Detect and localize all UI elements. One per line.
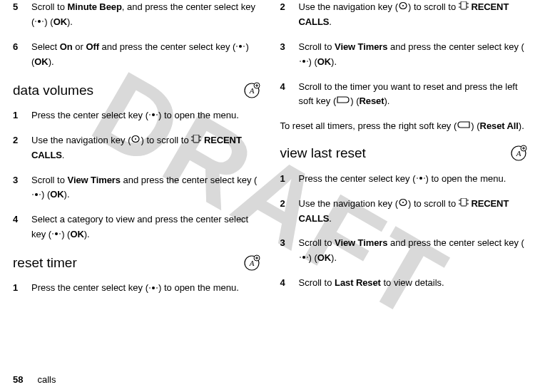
svg-point-15 [135,138,136,140]
bold: Minute Beep [68,1,122,12]
reset-all-paragraph: To reset all timers, press the right sof… [280,119,528,134]
step-text: Scroll to Minute Beep, and press the cen… [31,0,260,30]
t: ) ( [309,56,317,67]
vlr-step-1: 1 Press the center select key () to open… [280,172,528,187]
bold: Off [86,41,98,52]
step-text: Select On or Off and press the center se… [31,40,260,70]
step-text: Scroll to Last Reset to view details. [299,276,528,291]
t: ). [64,189,70,200]
step-6: 6 Select On or Off and press the center … [13,40,260,70]
svg-point-32 [152,287,155,289]
step-text: Scroll to the timer you want to reset an… [299,80,528,110]
step-number: 3 [280,40,299,70]
t: ). [519,120,524,131]
step-number: 1 [13,108,31,123]
bold: Reset [360,96,384,106]
navigation-key-icon [398,197,408,212]
svg-point-21 [35,193,38,196]
t: and press the center select key ( [387,237,524,248]
svg-point-11 [152,113,155,116]
svg-point-51 [417,177,418,179]
dv-step-4: 4 Select a category to view and press th… [13,212,260,242]
step-text: Use the navigation key () to scroll to R… [31,133,260,163]
step-text: Scroll to View Timers and press the cent… [299,40,528,70]
center-select-icon [235,40,245,55]
svg-point-60 [302,256,305,259]
t: and press the center select key ( [99,41,235,52]
feature-badge-icon: A [510,145,527,162]
t: to view details. [381,277,444,288]
t: ). [331,56,337,67]
svg-point-3 [239,45,242,48]
step-text: Use the navigation key () to scroll to R… [299,0,528,30]
vlr-step-4: 4 Scroll to Last Reset to view details. [280,276,528,291]
vlr-step-2: 2 Use the navigation key () to scroll to… [280,197,528,227]
svg-point-24 [55,232,58,235]
step-text: Scroll to View Timers and press the cent… [31,173,260,203]
t: ). [84,229,90,239]
step-text: Use the navigation key () to scroll to R… [299,197,528,227]
svg-point-25 [52,233,54,234]
step-number: 2 [280,0,299,30]
step-number: 1 [280,172,299,187]
t: Press the center select key ( [31,110,148,120]
step-text: Press the center select key () to open t… [299,172,528,187]
svg-point-12 [149,114,151,115]
step-number: 1 [13,281,31,296]
heading-text: data volumes [13,80,93,101]
t: ) to open the menu. [426,173,506,184]
right-soft-key-icon [457,119,471,134]
svg-point-62 [307,257,308,258]
bold: Last Reset [335,277,381,288]
svg-point-1 [36,21,37,22]
recent-calls-icon [191,133,201,148]
heading-text: reset timer [13,252,77,274]
t: ) to scroll to [141,135,191,145]
t: ) to open the menu. [158,110,239,120]
svg-point-42 [302,60,305,63]
t: ). [384,96,389,106]
page-content: 5 Scroll to Minute Beep, and press the c… [0,0,540,371]
step-number: 2 [280,197,299,227]
svg-rect-16 [193,135,199,143]
svg-point-36 [402,5,404,6]
center-select-icon [148,108,158,123]
svg-point-34 [156,287,158,289]
bold: View Timers [335,41,387,52]
heading-text: view last reset [280,143,366,164]
right-column: 2 Use the navigation key () to scroll to… [270,0,528,366]
center-select-icon [31,188,41,203]
svg-rect-37 [461,1,467,9]
bold: View Timers [68,175,121,185]
center-select-icon [299,251,309,266]
recent-calls-icon [459,197,469,212]
rt-step-1: 1 Press the center select key () to open… [13,281,260,296]
t: ) ( [44,16,53,27]
t: ) ( [61,229,70,239]
t: and press the center select key ( [387,41,524,52]
bold: On [60,41,73,52]
feature-badge-icon: A [243,254,260,272]
svg-point-2 [43,21,44,22]
t: Scroll to [31,1,68,12]
bold: OK [317,56,331,67]
rt-step-3: 3 Scroll to View Timers and press the ce… [280,40,528,70]
t: ). [331,252,337,263]
step-text: Press the center select key () to open t… [31,108,260,123]
step-text: Select a category to view and press the … [31,212,260,242]
svg-point-13 [156,114,158,115]
vlr-step-3: 3 Scroll to View Timers and press the ce… [280,236,528,266]
step-number: 2 [13,133,31,163]
t: ) ( [350,96,359,106]
svg-point-5 [244,46,245,47]
t: ) ( [309,252,317,263]
page-footer: 58calls [13,373,56,388]
svg-point-44 [307,61,308,62]
center-select-icon [51,227,61,242]
svg-point-0 [38,20,41,23]
t: ). [49,56,54,67]
t: ). [67,16,73,27]
step-number: 5 [13,0,31,30]
center-select-icon [34,15,44,30]
svg-point-54 [402,202,404,203]
